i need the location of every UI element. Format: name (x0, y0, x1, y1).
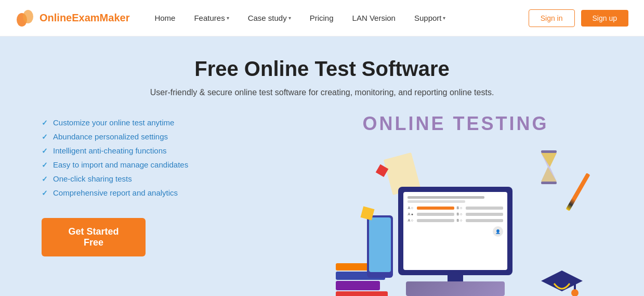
svg-point-9 (571, 289, 579, 296)
hero-section: Free Online Test Software User-friendly … (0, 36, 644, 296)
graduation-cap-icon (538, 268, 585, 296)
svg-marker-5 (541, 167, 557, 182)
logo-icon (16, 8, 35, 28)
svg-marker-4 (541, 153, 557, 167)
nav-features[interactable]: Features ▾ (185, 0, 238, 36)
support-chevron-icon: ▾ (443, 15, 445, 21)
nav-actions: Sign in Sign up (529, 9, 628, 27)
svg-rect-2 (541, 150, 557, 153)
hero-title: Free Online Test Software (194, 57, 450, 81)
nav-home[interactable]: Home (145, 0, 185, 36)
hero-left: ✓ Customize your online test anytime ✓ A… (42, 113, 309, 256)
feature-item-2: ✓ Abundance personalized settings (42, 132, 309, 141)
check-icon-5: ✓ (42, 175, 48, 183)
quiz-row-3: A ○ B ○ (408, 218, 503, 222)
quiz-row-2: A ● B ○ (408, 212, 503, 216)
get-started-button[interactable]: Get Started Free (42, 218, 146, 256)
case-study-chevron-icon: ▾ (288, 15, 291, 21)
feature-item-4: ✓ Easy to import and manage candidates (42, 160, 309, 169)
monitor-screen: A ○ B ○ A ● B ○ A ○ (403, 192, 507, 270)
features-chevron-icon: ▾ (227, 15, 229, 21)
feature-item-6: ✓ Comprehensive report and analytics (42, 188, 309, 197)
online-testing-label: ONLINE TESTING (362, 113, 548, 135)
tablet-screen (369, 217, 391, 272)
navbar: OnlineExamMaker Home Features ▾ Case stu… (0, 0, 644, 36)
book-1 (336, 291, 388, 296)
feature-item-5: ✓ One-click sharing tests (42, 174, 309, 183)
monitor: A ○ B ○ A ● B ○ A ○ (398, 187, 512, 275)
tablet-device (367, 215, 393, 278)
book-2 (336, 281, 380, 290)
feature-label-3: Intelligent anti-cheating functions (53, 146, 166, 155)
nav-support[interactable]: Support ▾ (405, 0, 455, 36)
signin-button[interactable]: Sign in (529, 9, 575, 27)
nav-lan-version[interactable]: LAN Version (343, 0, 405, 36)
hero-content: ✓ Customize your online test anytime ✓ A… (0, 113, 644, 296)
quiz-row-1: A ○ B ○ (408, 206, 503, 210)
hero-right: ONLINE TESTING (309, 113, 602, 296)
feature-label-2: Abundance personalized settings (53, 132, 168, 141)
feature-label-5: One-click sharing tests (53, 174, 132, 183)
hero-subtitle: User-friendly & secure online test softw… (150, 88, 494, 97)
pencil-icon (566, 173, 590, 211)
nav-case-study[interactable]: Case study ▾ (239, 0, 300, 36)
logo[interactable]: OnlineExamMaker (16, 8, 129, 28)
nav-links: Home Features ▾ Case study ▾ Pricing LAN… (145, 0, 528, 36)
check-icon-4: ✓ (42, 161, 48, 169)
feature-label-1: Customize your online test anytime (53, 118, 174, 127)
signup-button[interactable]: Sign up (581, 10, 628, 27)
feature-item-3: ✓ Intelligent anti-cheating functions (42, 146, 309, 155)
check-icon-2: ✓ (42, 133, 48, 141)
check-icon-1: ✓ (42, 119, 48, 127)
check-icon-3: ✓ (42, 147, 48, 155)
logo-text: OnlineExamMaker (40, 12, 129, 24)
feature-item-1: ✓ Customize your online test anytime (42, 118, 309, 127)
feature-label-6: Comprehensive report and analytics (53, 188, 178, 197)
keyboard (406, 281, 505, 296)
check-icon-6: ✓ (42, 189, 48, 197)
hero-illustration: A ○ B ○ A ● B ○ A ○ (320, 140, 590, 296)
svg-rect-6 (541, 182, 557, 184)
hourglass-icon (538, 150, 559, 186)
feature-label-4: Easy to import and manage candidates (53, 160, 188, 169)
nav-pricing[interactable]: Pricing (300, 0, 343, 36)
svg-point-1 (23, 10, 33, 23)
